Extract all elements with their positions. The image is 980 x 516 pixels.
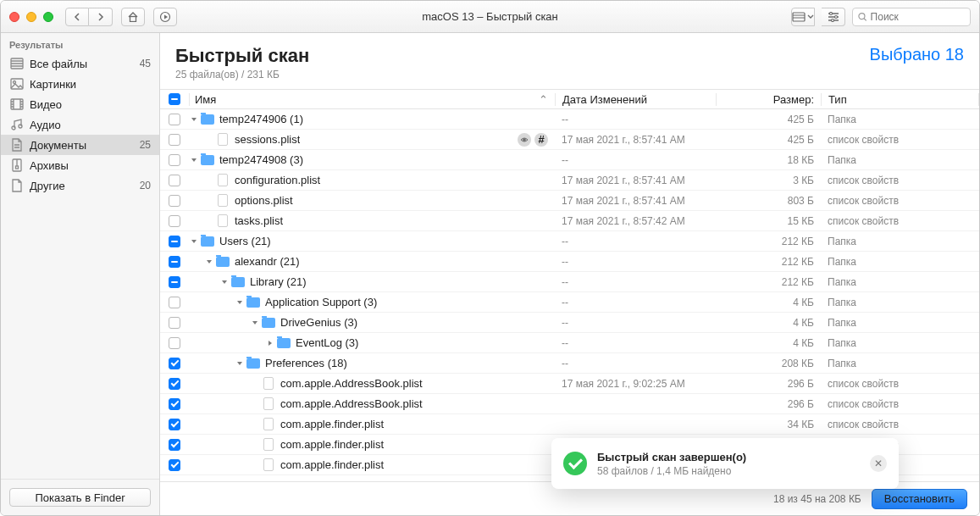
row-type: Папка [821, 317, 979, 329]
chevron-down-icon[interactable] [235, 299, 245, 306]
toast-close-button[interactable]: ✕ [870, 455, 887, 472]
row-checkbox[interactable] [169, 358, 180, 369]
row-checkbox[interactable] [169, 175, 180, 186]
chevron-down-icon[interactable] [250, 319, 260, 326]
sidebar-item-label: Аудио [30, 119, 61, 131]
restore-button[interactable]: Восстановить [872, 489, 967, 509]
sidebar-item-other[interactable]: Другие20 [1, 175, 159, 196]
file-icon [262, 418, 275, 431]
row-checkbox[interactable] [169, 215, 180, 227]
sidebar-item-all[interactable]: Все файлы45 [1, 53, 159, 74]
folder-icon [216, 255, 230, 269]
file-row[interactable]: com.apple.finder.plist34 КБсписок свойст… [160, 414, 979, 435]
folder-row[interactable]: alexandr (21)--212 КБПапка [160, 252, 979, 272]
row-type: Папка [821, 337, 979, 349]
row-name: com.apple.AddressBook.plist [280, 397, 423, 410]
chevron-down-icon[interactable] [189, 157, 199, 164]
row-checkbox[interactable] [169, 236, 180, 247]
close-window-button[interactable] [9, 12, 19, 22]
folder-row[interactable]: Application Support (3)--4 КБПапка [160, 292, 979, 313]
view-options-button[interactable] [791, 8, 815, 26]
row-size: 425 Б [716, 114, 821, 125]
search-field[interactable] [852, 8, 971, 26]
row-type: Папка [821, 358, 979, 369]
rescan-button[interactable] [153, 8, 177, 26]
other-icon [9, 178, 25, 193]
sidebar-item-pictures[interactable]: Картинки [1, 74, 159, 94]
folder-row[interactable]: temp2474908 (3)--18 КБПапка [160, 150, 979, 170]
svg-marker-42 [237, 301, 242, 304]
toast-title: Быстрый скан завершен(о) [597, 451, 746, 463]
sidebar-item-label: Все файлы [30, 58, 87, 70]
filter-button[interactable] [822, 8, 845, 26]
column-name[interactable]: Имя⌃ [189, 93, 555, 106]
file-row[interactable]: options.plist17 мая 2021 г., 8:57:41 AM8… [160, 191, 979, 211]
folder-row[interactable]: temp2474906 (1)--425 БПапка [160, 109, 979, 130]
row-date: -- [555, 276, 716, 288]
row-checkbox[interactable] [169, 195, 180, 207]
file-icon [216, 133, 230, 147]
row-checkbox[interactable] [169, 378, 180, 390]
row-size: 34 КБ [716, 419, 821, 430]
chevron-down-icon[interactable] [189, 238, 199, 245]
file-list[interactable]: temp2474906 (1)--425 БПапкаsessions.plis… [160, 109, 979, 481]
column-size[interactable]: Размер: [716, 93, 821, 106]
file-row[interactable]: configuration.plist17 мая 2021 г., 8:57:… [160, 170, 979, 191]
forward-button[interactable] [89, 8, 113, 26]
row-checkbox[interactable] [169, 256, 180, 268]
file-row[interactable]: com.apple.AddressBook.plist296 Бсписок с… [160, 394, 979, 414]
file-icon [262, 438, 275, 452]
chevron-right-icon[interactable] [265, 340, 275, 347]
file-row[interactable]: sessions.plist#17 мая 2021 г., 8:57:41 A… [160, 130, 979, 150]
sidebar-item-audio[interactable]: Аудио [1, 114, 159, 135]
select-all-checkbox[interactable] [169, 93, 180, 105]
fullscreen-window-button[interactable] [43, 12, 53, 22]
row-checkbox[interactable] [169, 439, 180, 451]
sidebar-item-archives[interactable]: Архивы [1, 155, 159, 175]
folder-row[interactable]: EventLog (3)--4 КБПапка [160, 333, 979, 353]
folder-row[interactable]: Library (21)--212 КБПапка [160, 272, 979, 292]
minimize-window-button[interactable] [26, 12, 36, 22]
chevron-down-icon[interactable] [204, 258, 214, 265]
search-input[interactable] [871, 11, 965, 23]
folder-row[interactable]: DriveGenius (3)--4 КБПапка [160, 313, 979, 333]
folder-row[interactable]: Users (21)--212 КБПапка [160, 231, 979, 252]
row-type: список свойств [821, 195, 979, 207]
row-name: tasks.plist [235, 214, 283, 227]
back-button[interactable] [65, 8, 89, 26]
row-checkbox[interactable] [169, 459, 180, 471]
row-type: Папка [821, 297, 979, 308]
file-row[interactable]: tasks.plist17 мая 2021 г., 8:57:42 AM15 … [160, 211, 979, 231]
row-date: -- [555, 337, 716, 349]
row-checkbox[interactable] [169, 398, 180, 410]
row-size: 296 Б [716, 398, 821, 410]
sidebar-item-video[interactable]: Видео [1, 94, 159, 114]
column-date[interactable]: Дата Изменений [555, 93, 716, 106]
row-size: 803 Б [716, 195, 821, 207]
row-checkbox[interactable] [169, 154, 180, 166]
chevron-down-icon[interactable] [189, 116, 199, 123]
folder-row[interactable]: Preferences (18)--208 КБПапка [160, 353, 979, 374]
row-type: список свойств [821, 175, 979, 186]
svg-marker-40 [207, 260, 212, 264]
checkmark-icon [563, 452, 587, 475]
sidebar-item-count: 25 [140, 139, 151, 151]
row-checkbox[interactable] [169, 337, 180, 349]
row-checkbox[interactable] [169, 297, 180, 308]
row-checkbox[interactable] [169, 419, 180, 430]
row-date: 17 мая 2021 г., 9:02:25 AM [555, 378, 716, 390]
show-in-finder-button[interactable]: Показать в Finder [9, 488, 151, 507]
chevron-down-icon[interactable] [219, 279, 230, 286]
home-button[interactable] [121, 8, 145, 26]
chevron-down-icon[interactable] [235, 360, 245, 367]
svg-line-13 [864, 18, 866, 20]
column-type[interactable]: Тип [821, 93, 979, 106]
file-row[interactable]: com.apple.AddressBook.plist17 мая 2021 г… [160, 374, 979, 394]
row-checkbox[interactable] [169, 134, 180, 146]
row-date: 17 мая 2021 г., 8:57:42 AM [555, 215, 716, 227]
row-checkbox[interactable] [169, 317, 180, 329]
row-checkbox[interactable] [169, 114, 180, 125]
row-checkbox[interactable] [169, 276, 180, 288]
sidebar-item-documents[interactable]: Документы25 [1, 135, 159, 155]
row-size: 18 КБ [716, 154, 821, 166]
